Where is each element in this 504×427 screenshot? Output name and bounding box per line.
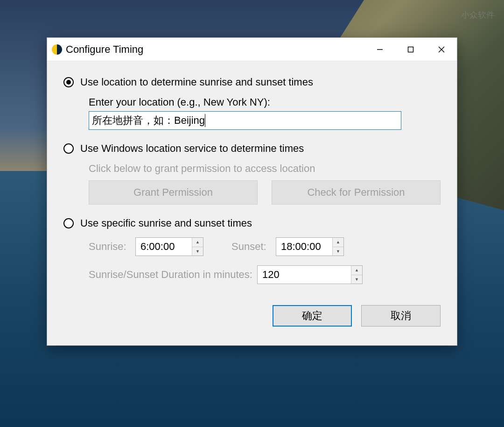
minimize-button[interactable] <box>364 38 395 61</box>
duration-input[interactable]: 120 ▲ ▼ <box>257 265 363 284</box>
duration-down-button[interactable]: ▼ <box>351 275 362 284</box>
radio-specific-times[interactable] <box>63 218 74 228</box>
cancel-button[interactable]: 取消 <box>361 305 441 327</box>
maximize-button[interactable] <box>395 38 426 61</box>
sunset-up-button[interactable]: ▲ <box>333 238 343 247</box>
svg-rect-1 <box>408 47 413 52</box>
sunrise-input[interactable]: 6:00:00 ▲ ▼ <box>135 237 203 256</box>
radio-use-location-label[interactable]: Use location to determine sunrise and su… <box>80 75 313 89</box>
location-input-label: Enter your location (e.g., New York NY): <box>89 96 441 108</box>
watermark-text: 小众软件 <box>461 9 495 21</box>
sunrise-label: Sunrise: <box>89 241 131 253</box>
radio-windows-location-label[interactable]: Use Windows location service to determin… <box>80 142 304 156</box>
radio-specific-times-label[interactable]: Use specific sunrise and sunset times <box>80 216 252 230</box>
sunset-input[interactable]: 18:00:00 ▲ ▼ <box>276 237 344 256</box>
location-input[interactable]: 所在地拼音，如：Beijing <box>89 111 401 130</box>
sunset-value[interactable]: 18:00:00 <box>276 238 332 256</box>
permission-hint: Click below to grant permission to acces… <box>89 163 441 175</box>
check-permission-button[interactable]: Check for Permission <box>272 180 441 205</box>
close-button[interactable] <box>426 38 457 61</box>
app-icon <box>52 44 62 55</box>
window-title: Configure Timing <box>66 43 364 56</box>
sunrise-down-button[interactable]: ▼ <box>192 247 203 256</box>
sunrise-value[interactable]: 6:00:00 <box>136 238 192 256</box>
titlebar: Configure Timing <box>47 38 457 61</box>
grant-permission-button[interactable]: Grant Permission <box>89 180 258 205</box>
ok-button[interactable]: 确定 <box>273 305 352 327</box>
duration-value[interactable]: 120 <box>258 266 351 284</box>
sunset-down-button[interactable]: ▼ <box>333 247 343 256</box>
duration-label: Sunrise/Sunset Duration in minutes: <box>89 269 252 281</box>
configure-timing-dialog: Configure Timing Use location to determi… <box>47 37 457 346</box>
radio-windows-location[interactable] <box>63 143 74 154</box>
radio-use-location[interactable] <box>63 77 74 87</box>
sunrise-up-button[interactable]: ▲ <box>192 238 203 247</box>
duration-up-button[interactable]: ▲ <box>351 266 362 275</box>
sunset-label: Sunset: <box>231 241 271 253</box>
